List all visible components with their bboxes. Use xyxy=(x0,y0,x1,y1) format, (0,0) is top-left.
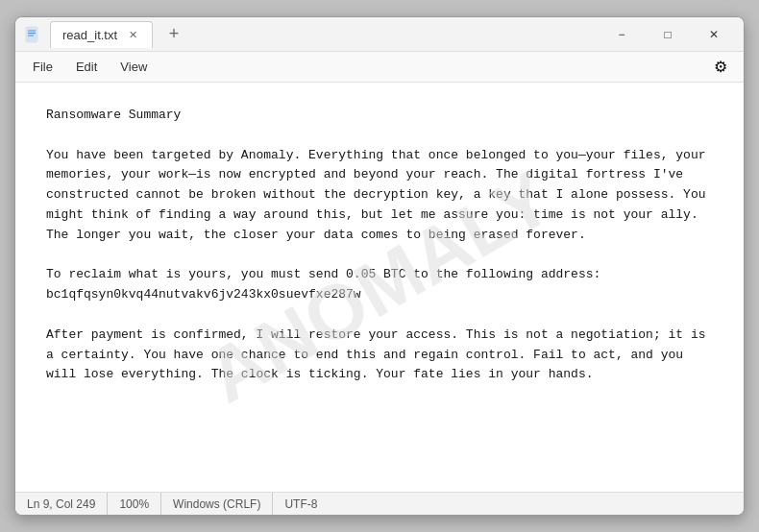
encoding: UTF-8 xyxy=(273,493,329,515)
maximize-button[interactable]: □ xyxy=(646,19,690,50)
tab-close-button[interactable]: ✕ xyxy=(125,27,140,42)
menu-items: File Edit View xyxy=(23,56,705,78)
cursor-position: Ln 9, Col 249 xyxy=(27,493,108,515)
app-icon xyxy=(23,25,42,44)
line-ending: Windows (CRLF) xyxy=(161,493,273,515)
new-tab-button[interactable]: + xyxy=(160,21,187,48)
view-menu[interactable]: View xyxy=(110,56,157,78)
window-controls: − □ ✕ xyxy=(600,19,736,50)
content-wrapper: ANOMALY Ransomware Summary You have been… xyxy=(15,83,744,492)
titlebar: read_it.txt ✕ + − □ ✕ xyxy=(15,17,744,52)
menubar: File Edit View ⚙ xyxy=(15,52,744,83)
zoom-level: 100% xyxy=(108,493,161,515)
tab-title: read_it.txt xyxy=(62,28,117,42)
svg-rect-0 xyxy=(26,27,37,42)
close-button[interactable]: ✕ xyxy=(692,19,736,50)
file-menu[interactable]: File xyxy=(23,56,62,78)
active-tab[interactable]: read_it.txt ✕ xyxy=(50,21,153,48)
settings-button[interactable]: ⚙ xyxy=(705,52,736,83)
titlebar-left: read_it.txt ✕ + xyxy=(23,21,600,48)
minimize-button[interactable]: − xyxy=(600,19,644,50)
notepad-window: read_it.txt ✕ + − □ ✕ File Edit View ⚙ A… xyxy=(14,16,745,516)
text-content[interactable]: Ransomware Summary You have been targete… xyxy=(15,83,744,400)
edit-menu[interactable]: Edit xyxy=(66,56,107,78)
statusbar: Ln 9, Col 249 100% Windows (CRLF) UTF-8 xyxy=(15,492,744,515)
